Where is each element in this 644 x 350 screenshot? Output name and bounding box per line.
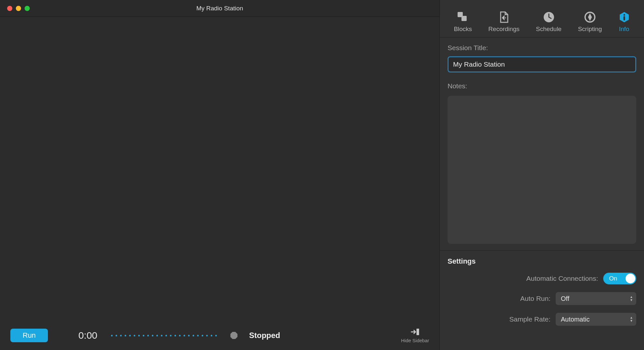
- tab-info-label: Info: [619, 26, 629, 33]
- status-text: Stopped: [249, 331, 280, 340]
- bottom-bar: Run 0:00 Stopped Hide Sidebar: [0, 321, 439, 350]
- session-title-label: Session Title:: [448, 44, 636, 52]
- recordings-icon: [498, 11, 510, 23]
- sample-rate-value: Automatic: [561, 316, 590, 323]
- sample-rate-dropdown[interactable]: Automatic ▲▼: [556, 313, 636, 326]
- tab-schedule-label: Schedule: [536, 26, 561, 33]
- time-display: 0:00: [78, 330, 97, 341]
- setting-auto-run: Auto Run: Off ▲▼: [448, 292, 636, 305]
- sample-rate-label: Sample Rate:: [509, 315, 550, 323]
- tab-recordings[interactable]: Recordings: [488, 11, 519, 33]
- window-title: My Radio Station: [196, 5, 243, 12]
- sidebar: Blocks Recordings Schedule: [439, 0, 644, 350]
- scripting-icon: [584, 11, 596, 23]
- settings-section: Settings Automatic Connections: On Auto …: [440, 250, 644, 340]
- app-root: My Radio Station Run 0:00 Stopped Hide S…: [0, 0, 644, 350]
- svg-rect-7: [623, 16, 625, 20]
- stop-icon: [230, 332, 238, 339]
- tab-blocks-label: Blocks: [454, 26, 472, 33]
- svg-rect-0: [416, 329, 419, 335]
- progress-dots: [111, 335, 217, 336]
- toggle-knob: [626, 274, 635, 283]
- tab-recordings-label: Recordings: [488, 26, 519, 33]
- tab-scripting-label: Scripting: [578, 26, 602, 33]
- notes-label: Notes:: [448, 82, 636, 90]
- close-window-button[interactable]: [7, 6, 12, 11]
- stepper-icon: ▲▼: [630, 296, 633, 301]
- auto-run-dropdown[interactable]: Off ▲▼: [556, 292, 636, 305]
- info-icon: [618, 11, 630, 23]
- blocks-icon: [457, 11, 469, 23]
- tab-info[interactable]: Info: [618, 11, 630, 33]
- notes-textarea[interactable]: [448, 96, 636, 244]
- minimize-window-button[interactable]: [16, 6, 21, 11]
- toggle-value: On: [609, 275, 617, 282]
- auto-connections-label: Automatic Connections:: [526, 275, 598, 282]
- settings-heading: Settings: [448, 257, 636, 266]
- run-button[interactable]: Run: [10, 329, 48, 342]
- info-panel: Session Title: Notes:: [440, 38, 644, 250]
- svg-point-6: [623, 14, 625, 16]
- titlebar: My Radio Station: [0, 0, 439, 17]
- setting-auto-connections: Automatic Connections: On: [448, 273, 636, 284]
- auto-run-value: Off: [561, 295, 569, 302]
- main-panel: My Radio Station Run 0:00 Stopped Hide S…: [0, 0, 439, 350]
- session-title-input[interactable]: [448, 56, 636, 72]
- svg-rect-2: [461, 16, 467, 21]
- schedule-icon: [543, 11, 555, 23]
- hide-sidebar-label: Hide Sidebar: [401, 338, 429, 343]
- hide-sidebar-button[interactable]: Hide Sidebar: [401, 328, 429, 343]
- tab-blocks[interactable]: Blocks: [454, 11, 472, 33]
- stepper-icon: ▲▼: [630, 316, 633, 322]
- main-canvas[interactable]: [0, 17, 439, 321]
- traffic-lights: [0, 6, 30, 11]
- tab-scripting[interactable]: Scripting: [578, 11, 602, 33]
- hide-sidebar-icon: [411, 328, 420, 336]
- auto-run-label: Auto Run:: [520, 295, 550, 302]
- setting-sample-rate: Sample Rate: Automatic ▲▼: [448, 313, 636, 326]
- auto-connections-toggle[interactable]: On: [603, 273, 636, 284]
- tab-schedule[interactable]: Schedule: [536, 11, 561, 33]
- maximize-window-button[interactable]: [25, 6, 30, 11]
- sidebar-tabs: Blocks Recordings Schedule: [440, 0, 644, 38]
